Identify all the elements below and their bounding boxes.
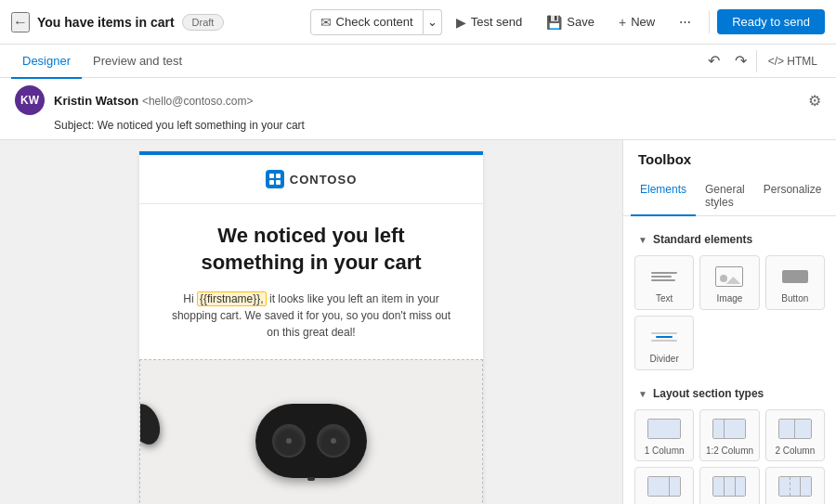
back-button[interactable]: ← [11,12,30,32]
test-send-button[interactable]: ▶ Test send [446,9,533,35]
button-element-icon [778,264,812,290]
from-email: <hello@contoso.com> [142,95,254,108]
html-view-button[interactable]: </> HTML [761,51,825,71]
earbuds-scene [140,360,482,504]
page-title: You have items in cart [37,15,175,30]
tab-designer[interactable]: Designer [11,45,82,79]
layout-custom[interactable]: Custom [765,467,825,504]
redo-button[interactable]: ↷ [729,48,752,73]
element-text[interactable]: Text [634,255,694,310]
svg-rect-3 [276,180,281,185]
add-icon: + [619,15,626,30]
layout-1col[interactable]: 1 Column [634,409,694,461]
email-logo-header: CONTOSO [139,155,483,204]
image-element-icon [712,264,746,290]
layout-3col[interactable]: 3 Column [699,467,759,504]
avatar: KW [15,85,45,115]
check-icon: ✉ [320,15,332,30]
layout-2-1col[interactable]: 2:1 Column [634,467,694,504]
logo-svg [268,173,281,186]
main-layout: CONTOSO We noticed you left something in… [0,140,836,504]
element-button-label: Button [781,293,808,304]
2-1col-icon [647,473,681,499]
element-button[interactable]: Button [765,255,825,310]
contoso-logo: CONTOSO [266,170,358,188]
1col-icon [647,416,681,442]
draft-badge: Draft [182,14,225,31]
element-divider-label: Divider [650,354,679,364]
toolbox-title: Toolbox [623,151,836,176]
send-icon: ▶ [456,15,466,30]
element-text-label: Text [656,293,673,304]
body-text-prefix: Hi [183,292,197,305]
email-meta: KW Kristin Watson <hello@contoso.com> ⚙ … [0,78,836,140]
svg-rect-0 [269,174,274,178]
1-2col-icon [712,416,746,442]
tab-preview[interactable]: Preview and test [82,45,193,79]
layout-1-2col[interactable]: 1:2 Column [699,409,759,461]
undo-button[interactable]: ↶ [702,48,725,73]
email-canvas: CONTOSO We noticed you left something in… [139,151,483,504]
from-name: Kristin Watson [54,94,138,108]
toolbox-tabs: Elements General styles Personalize [623,176,836,216]
earbud-left [272,424,306,458]
layouts-grid: 1 Column 1:2 Column [623,406,836,504]
more-icon: ⋯ [679,15,691,29]
canvas-area: CONTOSO We noticed you left something in… [0,140,622,504]
2col-icon [778,416,812,442]
firstname-token: {{firstname}}, [197,291,267,306]
email-body: We noticed you left something in your ca… [139,204,483,359]
logo-icon [266,170,284,188]
save-icon: 💾 [546,15,562,30]
layout-2col-label: 2 Column [775,446,815,456]
check-content-button[interactable]: ✉ Check content ⌄ [310,9,442,35]
logo-text: CONTOSO [290,173,358,187]
element-image[interactable]: Image [699,255,759,310]
email-subtext: Hi {{firstname}}, it looks like you left… [167,291,455,341]
toolbox-panel: Toolbox Elements General styles Personal… [622,140,836,504]
earbud-right [317,424,350,458]
layout-1col-label: 1 Column [645,446,685,456]
code-icon: </> [768,55,784,68]
tabbar: Designer Preview and test ↶ ↷ </> HTML [0,45,836,78]
settings-icon[interactable]: ⚙ [808,92,821,110]
layout-2col[interactable]: 2 Column [765,409,825,461]
toolbox-tab-general-styles[interactable]: General styles [696,177,754,216]
subject-value: We noticed you left something in your ca… [98,119,305,132]
save-button[interactable]: 💾 Save [536,9,605,35]
earbuds-case [255,404,367,478]
element-divider[interactable]: Divider [634,316,694,370]
divider-element-icon [647,324,681,350]
standard-elements-header[interactable]: ▼ Standard elements [623,227,836,252]
ready-to-send-button[interactable]: Ready to send [717,9,825,34]
text-element-icon [647,264,681,290]
svg-rect-2 [269,180,274,185]
chevron-down-icon: ▼ [638,235,647,245]
subject-prefix: Subject: [54,119,94,132]
earbud-side-left [139,400,165,449]
elements-grid: Text Image Button [623,252,836,381]
more-options-button[interactable]: ⋯ [669,9,701,34]
chevron-down-icon-2: ▼ [638,389,647,399]
new-button[interactable]: + New [608,9,665,35]
toolbox-tab-elements[interactable]: Elements [631,177,696,216]
layout-section-header[interactable]: ▼ Layout section types [623,381,836,406]
element-image-label: Image [717,293,743,304]
product-image[interactable] [139,359,483,504]
layout-1-2col-label: 1:2 Column [706,446,753,456]
svg-rect-1 [276,174,281,178]
topbar: ← You have items in cart Draft ✉ Check c… [0,0,836,45]
custom-icon [778,473,812,499]
toolbox-tab-personalize[interactable]: Personalize [754,177,831,216]
3col-icon [712,473,746,499]
email-headline: We noticed you left something in your ca… [167,223,455,276]
